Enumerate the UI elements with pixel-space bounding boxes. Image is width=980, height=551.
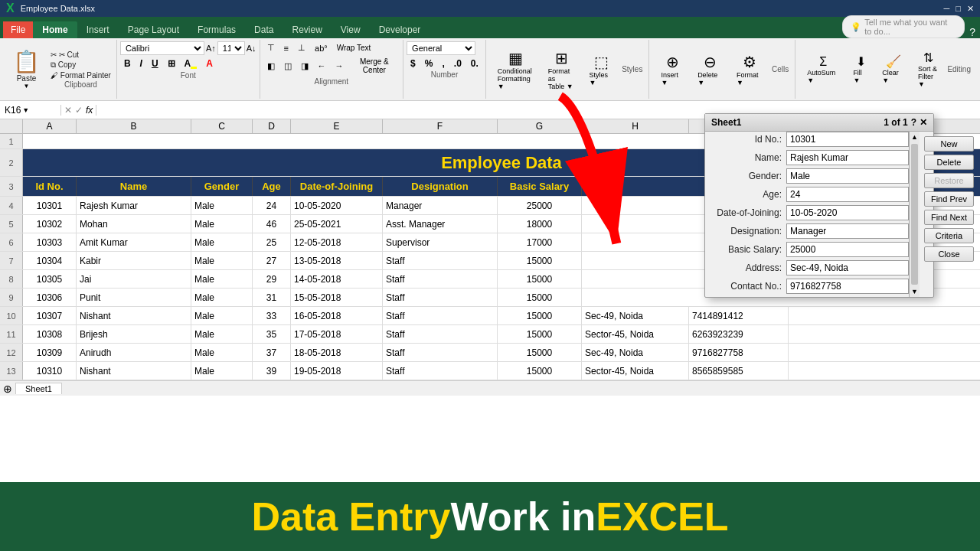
cell[interactable]: 24: [253, 197, 291, 214]
cell[interactable]: 15000: [498, 307, 582, 324]
increase-decimal-button[interactable]: .0: [450, 57, 466, 70]
cell[interactable]: Staff: [383, 307, 498, 324]
col-header-c[interactable]: C: [191, 119, 253, 133]
cell[interactable]: Sector-45, Noida: [582, 325, 689, 343]
dialog-field-input-4[interactable]: [786, 205, 909, 220]
align-left-button[interactable]: ◧: [263, 56, 279, 76]
dialog-scrollbar[interactable]: ▲ ▼: [909, 132, 920, 297]
align-bottom-button[interactable]: ⊥: [294, 41, 309, 54]
col-header-b[interactable]: B: [77, 119, 191, 133]
scroll-down-icon[interactable]: ▼: [910, 286, 920, 297]
underline-button[interactable]: U: [148, 57, 162, 70]
cell[interactable]: 35: [253, 325, 291, 343]
tab-insert[interactable]: Insert: [77, 21, 119, 38]
copy-button[interactable]: ⧉ Copy: [48, 60, 113, 70]
autosum-button[interactable]: Σ AutoSum ▼: [802, 51, 844, 88]
cut-button[interactable]: ✂ ✂ Cut: [48, 50, 113, 60]
dialog-field-input-8[interactable]: [786, 279, 909, 294]
cell[interactable]: 10304: [23, 252, 77, 269]
dialog-field-input-0[interactable]: [786, 132, 909, 147]
cell[interactable]: Male: [191, 325, 253, 343]
sort-filter-button[interactable]: ⇅ Sort &Filter ▼: [913, 47, 944, 92]
conditional-formatting-button[interactable]: ▦ ConditionalFormatting ▼: [492, 45, 540, 94]
font-size-shrink-icon[interactable]: A↓: [247, 44, 256, 53]
tab-review[interactable]: Review: [283, 21, 331, 38]
cell[interactable]: Jai: [77, 270, 191, 288]
cell[interactable]: 10305: [23, 270, 77, 288]
cell[interactable]: 39: [253, 362, 291, 380]
align-right-button[interactable]: ◨: [297, 56, 312, 76]
cell[interactable]: Staff: [383, 344, 498, 361]
decrease-decimal-button[interactable]: 0.: [467, 57, 482, 70]
cell[interactable]: Staff: [383, 362, 498, 380]
cell[interactable]: Nishant: [77, 362, 191, 380]
col-header-d[interactable]: D: [253, 119, 291, 133]
cell[interactable]: 37: [253, 344, 291, 361]
cell[interactable]: Male: [191, 233, 253, 251]
cell[interactable]: Basic Salary: [498, 177, 582, 196]
add-sheet-icon[interactable]: ⊕: [3, 383, 12, 395]
cell[interactable]: 33: [253, 307, 291, 324]
cell[interactable]: Manager: [383, 197, 498, 214]
cell[interactable]: Punit: [77, 289, 191, 306]
cell[interactable]: 8565859585: [689, 362, 789, 380]
align-top-button[interactable]: ⊤: [263, 41, 279, 54]
cell[interactable]: 10303: [23, 233, 77, 251]
cell[interactable]: 15000: [498, 344, 582, 361]
tab-file[interactable]: File: [3, 21, 33, 38]
text-angle-button[interactable]: ab°: [311, 41, 332, 54]
tab-developer[interactable]: Developer: [370, 21, 430, 38]
cell[interactable]: 10309: [23, 344, 77, 361]
fill-color-button[interactable]: A: [181, 57, 201, 70]
cell[interactable]: Male: [191, 252, 253, 269]
cell[interactable]: 18000: [498, 215, 582, 233]
format-button[interactable]: ⚙ Format ▼: [731, 49, 769, 90]
col-header-f[interactable]: F: [383, 119, 498, 133]
cancel-formula-icon[interactable]: ✕: [64, 105, 72, 116]
cell[interactable]: 25: [253, 233, 291, 251]
cell[interactable]: Gender: [191, 177, 253, 196]
cell[interactable]: 15000: [498, 325, 582, 343]
cell[interactable]: Amit Kumar: [77, 233, 191, 251]
cell[interactable]: Designation: [383, 177, 498, 196]
help-icon[interactable]: ?: [969, 26, 975, 38]
cell[interactable]: 17-05-2018: [291, 325, 383, 343]
col-header-h[interactable]: H: [582, 119, 689, 133]
font-size-select[interactable]: 11: [217, 41, 245, 55]
cell[interactable]: 15000: [498, 270, 582, 288]
format-painter-button[interactable]: 🖌 Format Painter: [48, 70, 113, 80]
cell[interactable]: Sec-49, Noida: [582, 344, 689, 361]
delete-button[interactable]: ⊖ Delete ▼: [692, 49, 728, 90]
dialog-find-next-button[interactable]: Find Next: [924, 210, 974, 225]
number-format-select[interactable]: General: [407, 41, 475, 55]
cell[interactable]: 15000: [498, 252, 582, 269]
dialog-close-button[interactable]: Close: [924, 246, 974, 262]
col-header-g[interactable]: G: [498, 119, 582, 133]
cell[interactable]: Staff: [383, 270, 498, 288]
cell[interactable]: 9716827758: [689, 344, 789, 361]
cell[interactable]: 25000: [498, 197, 582, 214]
cell[interactable]: Male: [191, 362, 253, 380]
cell[interactable]: Date-of-Joining: [291, 177, 383, 196]
cell[interactable]: Sec-49, Noida: [582, 307, 689, 324]
cell[interactable]: Staff: [383, 252, 498, 269]
cell[interactable]: 14-05-2018: [291, 270, 383, 288]
cell[interactable]: 25-05-2021: [291, 215, 383, 233]
clear-button[interactable]: 🧹 Clear ▼: [877, 51, 910, 88]
cell[interactable]: Male: [191, 289, 253, 306]
cell[interactable]: 15000: [498, 289, 582, 306]
dialog-help-icon[interactable]: ?: [911, 117, 916, 128]
cell[interactable]: 10310: [23, 362, 77, 380]
align-middle-button[interactable]: ≡: [280, 41, 292, 54]
border-button[interactable]: ⊞: [164, 57, 179, 70]
dialog-close-icon[interactable]: ✕: [920, 117, 927, 128]
minimize-icon[interactable]: ─: [944, 4, 950, 14]
cell[interactable]: Id No.: [23, 177, 77, 196]
cell[interactable]: Brijesh: [77, 325, 191, 343]
fill-button[interactable]: ⬇ Fill ▼: [848, 51, 874, 88]
cell[interactable]: 10-05-2020: [291, 197, 383, 214]
dialog-field-input-3[interactable]: [786, 187, 909, 202]
dialog-criteria-button[interactable]: Criteria: [924, 228, 974, 243]
confirm-formula-icon[interactable]: ✓: [75, 105, 83, 116]
font-name-select[interactable]: Calibri: [120, 41, 204, 55]
